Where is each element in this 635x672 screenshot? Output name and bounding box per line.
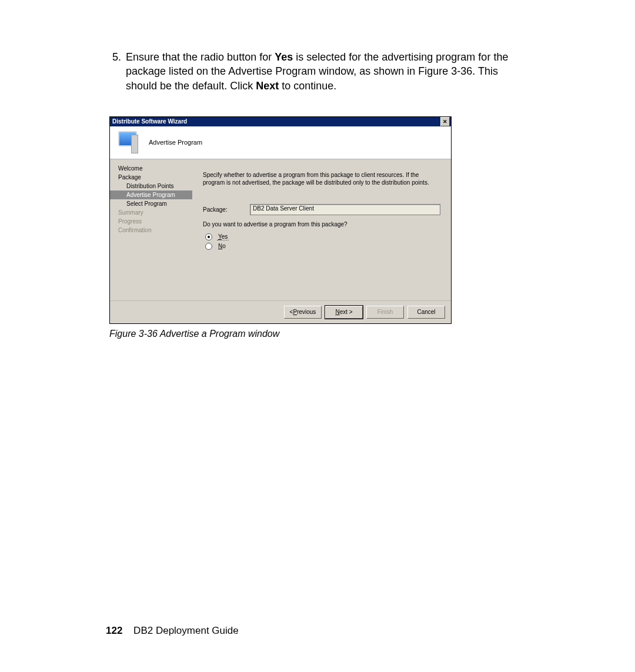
nav-summary: Summary bbox=[110, 208, 192, 217]
cancel-button[interactable]: Cancel bbox=[407, 306, 445, 319]
page-footer: 122 DB2 Deployment Guide bbox=[106, 625, 239, 637]
wizard-window: Distribute Software Wizard ✕ Advertise P… bbox=[109, 116, 452, 324]
advertise-question: Do you want to advertise a program from … bbox=[203, 221, 440, 228]
next-button[interactable]: Next > bbox=[325, 306, 363, 319]
nav-progress: Progress bbox=[110, 217, 192, 226]
title-bar: Distribute Software Wizard ✕ bbox=[110, 117, 451, 126]
radio-no[interactable] bbox=[205, 243, 212, 250]
nav-select-program[interactable]: Select Program bbox=[110, 199, 192, 208]
window-title: Distribute Software Wizard bbox=[112, 118, 187, 125]
radio-no-label: No bbox=[217, 243, 227, 249]
radio-no-row[interactable]: No bbox=[205, 243, 440, 250]
computer-icon bbox=[116, 131, 138, 153]
figure-caption: Figure 3-36 Advertise a Program window bbox=[109, 329, 529, 339]
finish-button: Finish bbox=[366, 306, 404, 319]
step-body: Ensure that the radio button for Yes is … bbox=[126, 50, 529, 93]
wizard-content: Specify whether to advertise a program f… bbox=[192, 159, 451, 300]
radio-yes-label: Yes bbox=[217, 233, 229, 240]
close-button[interactable]: ✕ bbox=[440, 117, 450, 126]
description-text: Specify whether to advertise a program f… bbox=[203, 171, 440, 186]
nav-welcome[interactable]: Welcome bbox=[110, 164, 192, 173]
wizard-nav: Welcome Package Distribution Points Adve… bbox=[110, 159, 192, 300]
nav-package[interactable]: Package bbox=[110, 173, 192, 182]
step-number: 5. bbox=[106, 50, 121, 93]
page-number: 122 bbox=[106, 625, 122, 636]
nav-advertise-program[interactable]: Advertise Program bbox=[110, 190, 192, 199]
nav-confirmation: Confirmation bbox=[110, 226, 192, 235]
nav-distribution-points[interactable]: Distribution Points bbox=[110, 182, 192, 190]
button-bar: < Previous Next > Finish Cancel bbox=[110, 300, 451, 323]
package-label: Package: bbox=[203, 206, 250, 213]
banner: Advertise Program bbox=[110, 126, 451, 159]
step-5: 5. Ensure that the radio button for Yes … bbox=[106, 50, 529, 93]
package-field: DB2 Data Server Client bbox=[250, 204, 440, 215]
banner-title: Advertise Program bbox=[149, 139, 202, 146]
radio-yes[interactable] bbox=[205, 233, 212, 240]
book-title: DB2 Deployment Guide bbox=[133, 625, 239, 636]
close-icon: ✕ bbox=[443, 119, 447, 125]
radio-yes-row[interactable]: Yes bbox=[205, 233, 440, 240]
previous-button[interactable]: < Previous bbox=[284, 306, 322, 319]
